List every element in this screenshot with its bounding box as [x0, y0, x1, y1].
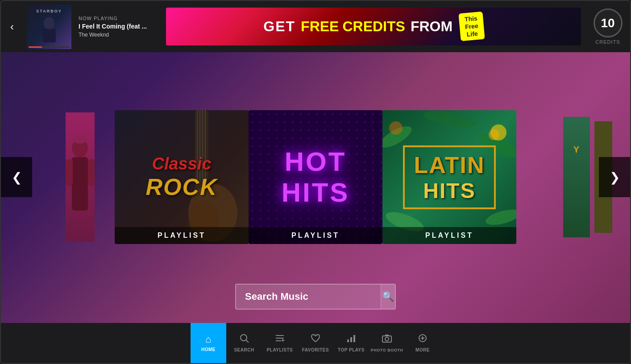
latin-hits-text-overlay: LATIN HITS [382, 110, 516, 244]
svg-rect-5 [29, 46, 42, 48]
now-playing-info: NOW PLAYING I Feel It Coming (feat ... T… [75, 16, 162, 38]
favorites-icon [311, 333, 320, 346]
back-button[interactable]: ‹ [1, 1, 23, 52]
playlist-card-latin-hits[interactable]: LATIN HITS PLAYLIST [382, 110, 516, 244]
nav-item-playlists[interactable]: PLAYLISTS [262, 323, 298, 363]
svg-rect-41 [347, 339, 349, 342]
carousel-next-button[interactable]: ❯ [599, 157, 630, 197]
song-title: I Feel It Coming (feat ... [79, 23, 158, 30]
svg-rect-37 [276, 335, 284, 336]
nav-item-favorites[interactable]: FAVORITES [298, 323, 333, 363]
banner-logo-line3: Life [465, 30, 479, 38]
album-art: STARBOY [27, 4, 71, 49]
banner-ad[interactable]: GET FREE CREDITS FROM This Free Life [166, 8, 581, 46]
svg-point-2 [44, 17, 54, 29]
search-icon: 🔍 [382, 291, 394, 302]
svg-rect-38 [276, 338, 284, 339]
svg-marker-40 [282, 339, 285, 342]
photo-booth-label: PHOTO BOOTH [371, 348, 403, 353]
carousel-prev-button[interactable]: ❮ [1, 157, 32, 197]
search-button[interactable]: 🔍 [381, 285, 395, 309]
credits-number: 10 [601, 16, 614, 30]
svg-rect-39 [276, 340, 281, 341]
banner-free-text: FREE [301, 18, 339, 35]
hot-hits-text-overlay: HOT HITS [249, 110, 382, 244]
top-plays-icon [346, 333, 356, 346]
header-bar: ‹ STARBOY [1, 1, 630, 52]
classic-rock-text-overlay: Classic ROCK [115, 110, 249, 244]
more-label: MORE [415, 347, 430, 353]
hits-text: HITS [282, 177, 350, 208]
favorites-label: FAVORITES [302, 347, 329, 353]
partial-card-right-1[interactable]: Y [563, 117, 590, 237]
partial-card-left[interactable] [66, 112, 95, 242]
banner-logo: This Free Life [458, 12, 485, 41]
nav-item-top-plays[interactable]: TOP PLAYS [333, 323, 369, 363]
back-icon: ‹ [10, 21, 14, 33]
top-plays-label: TOP PLAYS [338, 347, 365, 353]
search-nav-label: SEARCH [234, 347, 254, 353]
svg-rect-43 [353, 335, 355, 342]
svg-text:Y: Y [573, 145, 580, 154]
banner-from-text: FROM [411, 18, 452, 35]
partial-left-image [66, 112, 95, 242]
nav-item-home[interactable]: ⌂ HOME [191, 323, 226, 363]
partial-right-1-image: Y [563, 117, 590, 237]
home-icon: ⌂ [205, 334, 212, 345]
main-content: ❮ [1, 52, 630, 323]
svg-line-36 [246, 340, 249, 343]
rock-text: ROCK [145, 174, 217, 200]
svg-rect-8 [72, 157, 88, 211]
classic-text: Classic [152, 154, 211, 174]
playlists-label: PLAYLISTS [267, 347, 293, 353]
hot-hits-playlist-label: PLAYLIST [249, 227, 382, 244]
playlist-card-classic-rock[interactable]: Classic ROCK PLAYLIST [115, 110, 249, 244]
svg-rect-3 [42, 29, 56, 42]
latin-text: LATIN [414, 152, 485, 178]
credits-circle: 10 [594, 8, 623, 37]
prev-icon: ❮ [12, 170, 22, 185]
nav-item-search[interactable]: SEARCH [226, 323, 262, 363]
svg-rect-10 [88, 159, 95, 186]
svg-point-45 [385, 337, 389, 341]
banner-get-text: GET [263, 18, 295, 35]
latin-hits-playlist-label: PLAYLIST [382, 227, 516, 244]
next-icon: ❯ [610, 170, 620, 185]
banner-credits-text: CREDITS [342, 18, 405, 35]
artist-name: The Weeknd [79, 32, 158, 38]
nav-item-photo-booth[interactable]: PHOTO BOOTH [369, 323, 405, 363]
credits-label: CREDITS [595, 39, 620, 45]
svg-text:STARBOY: STARBOY [36, 9, 62, 13]
latin-hits-text-box: LATIN HITS [403, 145, 495, 209]
more-icon [418, 333, 428, 346]
svg-rect-42 [350, 337, 352, 342]
home-label: HOME [201, 347, 216, 352]
latin-hits-sub-text: HITS [414, 178, 485, 203]
search-input[interactable] [236, 285, 381, 309]
playlist-card-hot-hits[interactable]: HOT HITS PLAYLIST [249, 110, 382, 244]
search-container: 🔍 [235, 284, 396, 310]
carousel-track: Classic ROCK PLAYLIST [1, 106, 630, 248]
app-container: ‹ STARBOY [0, 0, 631, 364]
bottom-nav: ⌂ HOME SEARCH PLAYLISTS [1, 323, 630, 363]
credits-section: 10 CREDITS [585, 4, 630, 49]
playlists-icon [275, 333, 285, 346]
svg-rect-9 [66, 159, 73, 186]
now-playing-label: NOW PLAYING [79, 16, 158, 21]
now-playing-section: STARBOY NOW PLAYING I Feel It Coming (fe… [23, 1, 162, 52]
hot-text: HOT [285, 146, 347, 177]
album-art-image: STARBOY [27, 4, 71, 49]
search-nav-icon [239, 333, 249, 346]
nav-item-more[interactable]: MORE [405, 323, 440, 363]
svg-rect-32 [563, 117, 590, 237]
carousel-container: ❮ [1, 106, 630, 248]
svg-point-11 [73, 136, 87, 144]
classic-rock-playlist-label: PLAYLIST [115, 227, 249, 244]
svg-point-35 [241, 335, 247, 341]
photo-booth-icon [382, 334, 392, 346]
svg-rect-46 [385, 335, 389, 336]
